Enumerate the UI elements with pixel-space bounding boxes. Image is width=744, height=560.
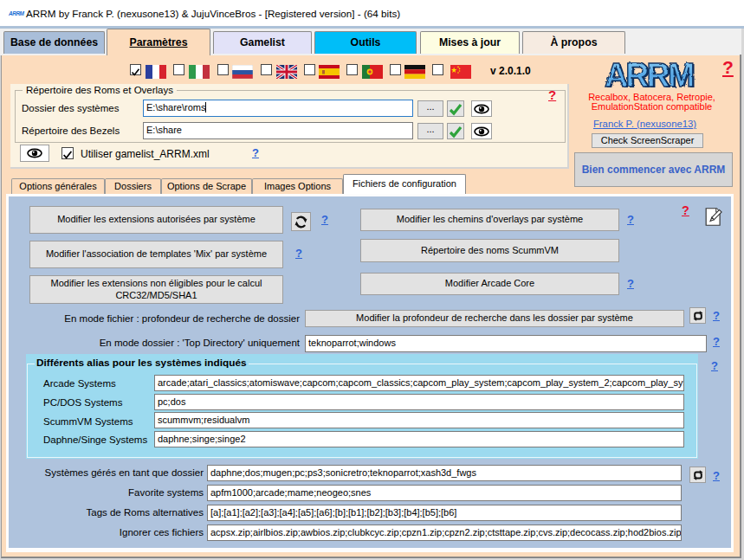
svg-text:ARRM: ARRM: [605, 57, 693, 92]
